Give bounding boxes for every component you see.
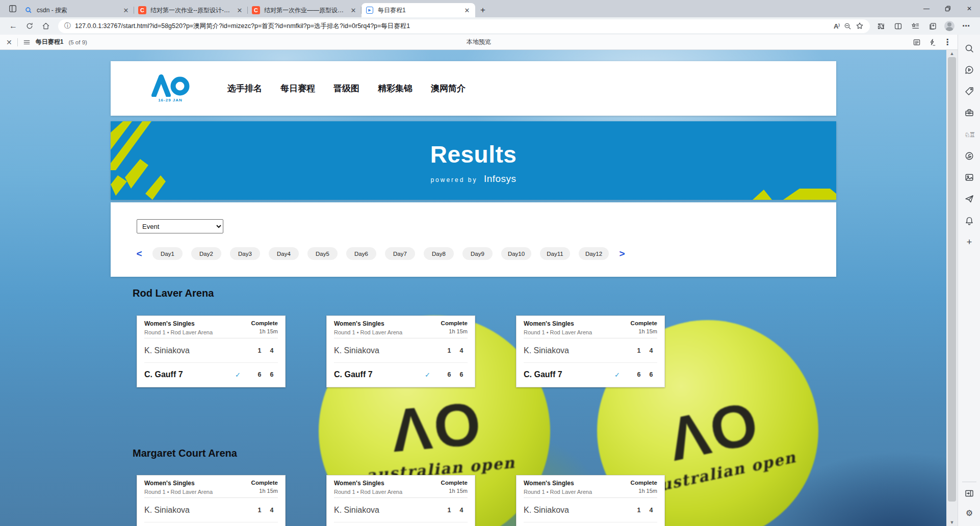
arena-heading: Rod Laver Arena: [133, 287, 214, 299]
search-icon[interactable]: [963, 42, 975, 55]
page-info-icon[interactable]: ⓘ: [64, 21, 71, 31]
extensions-icon[interactable]: [875, 20, 886, 32]
tab-csdn-search[interactable]: csdn - 搜索 ✕: [20, 3, 134, 17]
day-button[interactable]: Day1: [152, 247, 183, 260]
more-menu-icon[interactable]: ⋯: [961, 20, 972, 32]
tab-csdn-article-2[interactable]: C 结对第一次作业——原型设计-CS ✕: [248, 3, 362, 17]
day-button[interactable]: Day6: [346, 247, 376, 260]
favorites-icon[interactable]: [910, 20, 921, 32]
day-button[interactable]: Day11: [540, 247, 570, 260]
edge-sidebar: ♘♖ + ⚙: [958, 35, 980, 526]
close-tab-icon[interactable]: ✕: [122, 6, 130, 14]
tab-title: 结对第一次作业——原型设计-CS: [264, 6, 346, 15]
image-creator-icon[interactable]: [963, 171, 975, 183]
day-button[interactable]: Day7: [385, 247, 415, 260]
minimize-icon[interactable]: —: [916, 0, 937, 17]
arena-heading: Margaret Court Arena: [133, 448, 237, 459]
close-window-icon[interactable]: ✕: [959, 0, 980, 17]
match-card[interactable]: Women's Singles Round 1 • Rod Laver Aren…: [516, 475, 665, 526]
player-name: C. Gauff 7: [144, 370, 183, 379]
day-button[interactable]: Day4: [269, 247, 299, 260]
match-card[interactable]: Women's Singles Round 1 • Rod Laver Aren…: [326, 315, 475, 387]
restore-icon[interactable]: [937, 0, 959, 17]
back-icon[interactable]: ←: [6, 19, 20, 33]
player-name: C. Gauff 7: [334, 370, 373, 379]
pages-menu-icon[interactable]: [23, 38, 31, 46]
refresh-icon[interactable]: [22, 19, 37, 33]
inspect-icon[interactable]: [928, 38, 936, 46]
scroll-up-icon[interactable]: ▲: [946, 50, 958, 57]
match-status: Complete: [441, 320, 468, 326]
day-button[interactable]: Day10: [501, 247, 531, 260]
match-card[interactable]: Women's Singles Round 1 • Rod Laver Aren…: [137, 315, 286, 387]
add-sidebar-item-icon[interactable]: +: [963, 236, 975, 248]
profile-avatar[interactable]: [944, 21, 955, 31]
reader-view-icon[interactable]: [913, 38, 921, 46]
copilot-icon[interactable]: [963, 64, 975, 76]
set-score: 1: [633, 347, 645, 354]
main-nav: 选手排名 每日赛程 晋级图 精彩集锦 澳网简介: [227, 83, 466, 94]
shopping-icon[interactable]: [963, 85, 975, 97]
games-icon[interactable]: ♘♖: [963, 128, 975, 141]
next-days-icon[interactable]: >: [617, 249, 627, 258]
close-tab-icon[interactable]: ✕: [349, 6, 357, 14]
day-button[interactable]: Day3: [230, 247, 260, 260]
set-score: 4: [645, 347, 657, 354]
close-preview-icon[interactable]: ✕: [6, 38, 12, 46]
tab-csdn-article-1[interactable]: C 结对第一次作业--原型设计-CSDN ✕: [134, 3, 248, 17]
player-row: K. Siniakova 14: [524, 338, 657, 362]
zoom-out-icon[interactable]: [844, 22, 852, 30]
close-tab-icon[interactable]: ✕: [463, 6, 471, 14]
url-field[interactable]: ⓘ 127.0.0.1:32767/start.html?id=58g520?p…: [58, 19, 870, 33]
toolbox-icon[interactable]: [963, 107, 975, 119]
nav-player-rankings[interactable]: 选手排名: [227, 83, 262, 94]
set-score: 1: [253, 507, 266, 514]
scrollbar-thumb[interactable]: [948, 57, 956, 502]
add-favorite-icon[interactable]: [856, 22, 864, 30]
read-aloud-icon[interactable]: A): [834, 22, 840, 30]
day-button[interactable]: Day9: [462, 247, 493, 260]
browser-essentials-icon[interactable]: [963, 150, 975, 162]
notifications-icon[interactable]: [963, 215, 975, 227]
day-button[interactable]: Day12: [579, 247, 609, 260]
tab-actions-icon[interactable]: [5, 0, 20, 17]
new-tab-button[interactable]: +: [475, 3, 491, 17]
player-name: K. Siniakova: [524, 346, 569, 355]
nav-daily-schedule[interactable]: 每日赛程: [280, 83, 315, 94]
match-category: Women's Singles: [524, 480, 592, 487]
player-name: K. Siniakova: [144, 346, 190, 355]
player-row: K. Siniakova 14: [144, 338, 278, 362]
close-tab-icon[interactable]: ✕: [236, 6, 244, 14]
match-card[interactable]: Women's Singles Round 1 • Rod Laver Aren…: [137, 475, 286, 526]
event-select[interactable]: Event: [137, 219, 223, 233]
powered-by: powered by Infosys: [111, 173, 836, 185]
url-text[interactable]: 127.0.0.1:32767/start.html?id=58g520?p=澳…: [75, 22, 830, 31]
day-button[interactable]: Day5: [307, 247, 338, 260]
winner-check-icon: ✓: [235, 371, 253, 379]
tab-daily-schedule-active[interactable]: ▶ 每日赛程1 ✕: [362, 3, 475, 17]
collections-icon[interactable]: [927, 20, 938, 32]
split-screen-icon[interactable]: [892, 20, 904, 32]
nav-about[interactable]: 澳网简介: [431, 83, 466, 94]
page-scrollbar[interactable]: ▲ ▼: [946, 50, 958, 526]
match-card[interactable]: Women's Singles Round 1 • Rod Laver Aren…: [326, 475, 475, 526]
settings-icon[interactable]: ⚙: [963, 507, 975, 519]
ao-logo[interactable]: 16-29 JAN: [151, 74, 190, 102]
match-status: Complete: [631, 480, 657, 486]
day-button[interactable]: Day8: [424, 247, 454, 260]
results-banner: Results powered by Infosys: [111, 121, 836, 200]
preview-more-icon[interactable]: ⋮: [943, 37, 951, 47]
player-name: K. Siniakova: [334, 506, 379, 515]
drop-icon[interactable]: [963, 193, 975, 205]
home-icon[interactable]: [39, 19, 53, 33]
previous-days-icon[interactable]: <: [135, 249, 144, 258]
nav-highlights[interactable]: 精彩集锦: [378, 83, 412, 94]
day-selector: < Day1Day2Day3Day4Day5Day6Day7Day8Day9Da…: [135, 247, 627, 260]
window-controls: — ✕: [916, 0, 980, 17]
match-card[interactable]: Women's Singles Round 1 • Rod Laver Aren…: [516, 315, 665, 387]
customize-sidebar-icon[interactable]: [963, 487, 975, 499]
scroll-down-icon[interactable]: ▼: [946, 519, 958, 526]
nav-bracket[interactable]: 晋级图: [333, 83, 359, 94]
day-button[interactable]: Day2: [191, 247, 221, 260]
match-duration: 1h 15m: [441, 328, 468, 334]
